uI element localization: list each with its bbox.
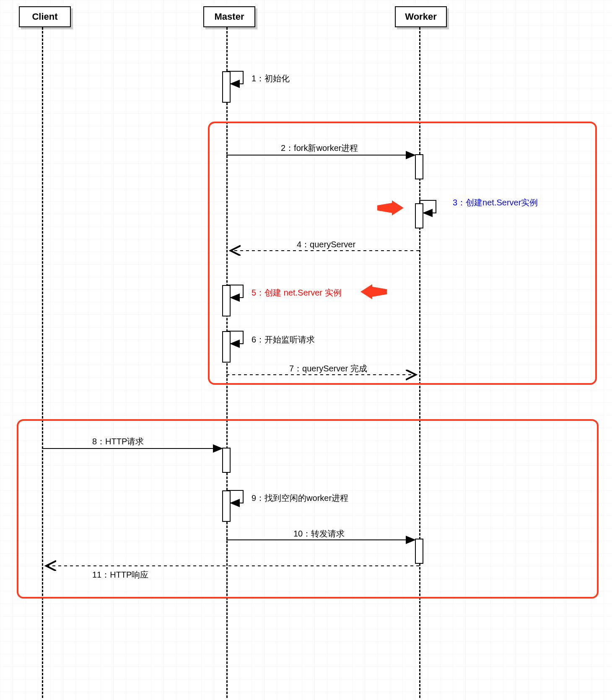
participant-client: Client [19, 6, 71, 27]
annotation-arrow-left [360, 284, 389, 301]
participant-master: Master [203, 6, 255, 27]
label-m11: 11：HTTP响应 [92, 569, 148, 581]
activation-master-init [222, 71, 231, 103]
svg-marker-1 [360, 284, 387, 299]
label-m10: 10：转发请求 [293, 528, 345, 539]
svg-marker-0 [377, 200, 404, 215]
label-m7: 7：queryServer 完成 [289, 363, 367, 374]
label-m8: 8：HTTP请求 [92, 436, 144, 447]
label-m1: 1：初始化 [252, 73, 290, 84]
participant-worker: Worker [395, 6, 447, 27]
annotation-arrow-right [375, 200, 405, 217]
activation-master-netserver [222, 285, 231, 316]
label-m2: 2：fork新worker进程 [281, 143, 358, 154]
activation-master-http [222, 448, 231, 473]
activation-master-findworker [222, 490, 231, 522]
activation-worker-fork [415, 154, 423, 179]
label-m3: 3：创建net.Server实例 [453, 197, 538, 208]
sequence-diagram: Client Master Worker 1：初始化 2：fork新worker… [0, 0, 612, 700]
activation-worker-netserver [415, 203, 423, 228]
label-m9: 9：找到空闲的worker进程 [252, 493, 348, 504]
activation-worker-forward [415, 539, 423, 564]
label-m6: 6：开始监听请求 [252, 334, 315, 345]
label-m4: 4：queryServer [297, 239, 355, 250]
activation-master-listen [222, 331, 231, 363]
label-m5: 5：创建 net.Server 实例 [252, 287, 342, 298]
